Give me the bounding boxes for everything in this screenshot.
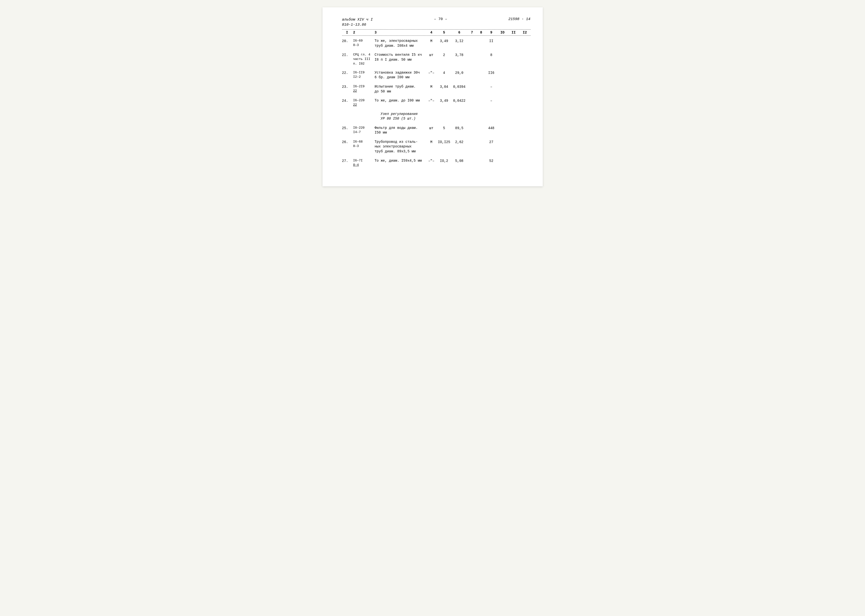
col-header-5: 5 (437, 31, 451, 35)
row-c9: – (486, 98, 497, 103)
row-qty: 3,04 (437, 84, 451, 89)
row-ref: I6–69 8–3 (352, 39, 373, 47)
ref-line2: 22 (353, 89, 357, 93)
ref-line2: 8–4 (353, 163, 359, 167)
row-desc: Трубопровод из сталь-ных электросварныхт… (373, 140, 426, 154)
row-desc: Установка задвижки 30ч6 бр. диам I00 мм (373, 71, 426, 80)
row-number: 26. (342, 140, 352, 145)
ref-line2: I2–2 (353, 75, 361, 79)
table-body: 20. I6–69 8–3 То же, электросварныхтруб … (342, 39, 531, 167)
ref-line1: I8–220 (353, 126, 365, 130)
header-album-line1: альбом XIV ч I (342, 17, 373, 22)
row-desc: Фильтр для воды диам.I50 мм (373, 126, 426, 135)
row-c9: II6 (486, 71, 497, 75)
ref-line1: I6–220 (353, 99, 365, 102)
table-row: 23. I6–2I9 22 Испытание труб диам.до 50 … (342, 84, 531, 94)
ref-line2: 8–3 (353, 43, 359, 47)
header-block: альбом XIV ч I 810-1-13.86 – 70 – 21598 … (342, 17, 531, 27)
row-number: 27. (342, 159, 352, 163)
row-c9: 8 (486, 53, 497, 58)
row-number: 2I. (342, 53, 352, 58)
header-center: – 70 – (434, 17, 447, 21)
col-header-4: 4 (426, 31, 437, 35)
col-header-1: I (342, 31, 352, 35)
row-qty: IO,2 (437, 159, 451, 163)
row-qty: 4 (437, 71, 451, 75)
page: альбом XIV ч I 810-1-13.86 – 70 – 21598 … (323, 7, 543, 186)
col-header-7: 7 (467, 31, 476, 35)
col-header-10: IO (497, 31, 508, 35)
header-left: альбом XIV ч I 810-1-13.86 (342, 17, 373, 27)
table-row: 20. I6–69 8–3 То же, электросварныхтруб … (342, 39, 531, 48)
ref-line2: 22 (353, 103, 357, 107)
ref-line1: I6–2I9 (353, 85, 365, 88)
row-price: 0,0422 (451, 98, 467, 103)
row-c9: 27 (486, 140, 497, 145)
row-desc: Стоимость вентиля I5 кчI8 п I диам. 50 м… (373, 53, 426, 62)
row-c9: – (486, 84, 497, 89)
row-unit: шт (426, 53, 437, 58)
row-price: 0,0394 (451, 84, 467, 89)
row-ref: СРЦ гл. 4 часть III п. I02 (352, 53, 373, 66)
column-headers: I 2 3 4 5 6 7 8 9 IO II I2 (342, 30, 531, 36)
col-header-11: II (508, 31, 519, 35)
section-label: Узел регулированияУР 80 I50 (5 шт.) (379, 112, 443, 121)
row-desc: То же, диам. до I00 мм (373, 98, 426, 103)
section-label-row: Узел регулированияУР 80 I50 (5 шт.) (342, 112, 531, 121)
row-desc: Испытание труб диам.до 50 мм (373, 84, 426, 94)
row-ref: I6–II9 I2–2 (352, 71, 373, 79)
row-unit: шт (426, 126, 437, 130)
row-c9: 448 (486, 126, 497, 130)
row-number: 24. (342, 98, 352, 103)
ref-line2: часть III (353, 57, 370, 61)
row-unit: –"– (426, 159, 437, 163)
row-price: 5,08 (451, 159, 467, 163)
row-number: 25. (342, 126, 352, 130)
row-ref: I8–220 I4–7 (352, 126, 373, 135)
header-right: 21598 - 14 (508, 17, 530, 21)
row-ref: I6–68 8–3 (352, 140, 373, 148)
row-ref: I6–7I 8–4 (352, 159, 373, 167)
ref-line1: СРЦ гл. 4 (353, 53, 370, 57)
row-desc: То же, диам. I59х4,5 мм (373, 159, 426, 163)
row-c9: 52 (486, 159, 497, 163)
row-qty: 3,49 (437, 98, 451, 103)
row-number: 23. (342, 84, 352, 89)
ref-line2: 8–3 (353, 144, 359, 148)
header-album-line2: 810-1-13.86 (342, 22, 373, 27)
row-price: 3,78 (451, 53, 467, 58)
col-header-3: 3 (373, 31, 426, 35)
ref-line2: I4–7 (353, 130, 361, 134)
col-header-12: I2 (519, 31, 531, 35)
table-row: 26. I6–68 8–3 Трубопровод из сталь-ных э… (342, 140, 531, 154)
ref-line1: I6–7I (353, 159, 362, 162)
row-unit: М (426, 140, 437, 145)
row-ref: I6–2I9 22 (352, 84, 373, 93)
row-unit: М (426, 39, 437, 44)
row-number: 22. (342, 71, 352, 75)
ref-line1: I6–II9 (353, 71, 365, 74)
row-ref: I6–220 22 (352, 98, 373, 107)
table-row: 27. I6–7I 8–4 То же, диам. I59х4,5 мм –"… (342, 159, 531, 167)
ref-line1: I6–69 (353, 39, 362, 42)
row-unit: М (426, 84, 437, 89)
ref-line1: I6–68 (353, 140, 362, 143)
ref-line3: п. I02 (353, 62, 365, 66)
col-header-2: 2 (352, 31, 373, 35)
row-qty: 2 (437, 53, 451, 58)
row-qty: 5 (437, 126, 451, 130)
row-unit: –"– (426, 71, 437, 75)
row-price: 89,5 (451, 126, 467, 130)
row-qty: 3,49 (437, 39, 451, 44)
row-c9: II (486, 39, 497, 44)
table-row: 25. I8–220 I4–7 Фильтр для воды диам.I50… (342, 126, 531, 135)
row-price: 2,62 (451, 140, 467, 145)
col-header-9: 9 (486, 31, 497, 35)
row-price: 29,0 (451, 71, 467, 75)
row-price: 3,I2 (451, 39, 467, 44)
table-row: 22. I6–II9 I2–2 Установка задвижки 30ч6 … (342, 71, 531, 80)
row-qty: IO,I25 (437, 140, 451, 145)
row-desc: То же, электросварныхтруб диам. I08х4 мм (373, 39, 426, 48)
col-header-6: 6 (451, 31, 467, 35)
table-row: 2I. СРЦ гл. 4 часть III п. I02 Стоимость… (342, 53, 531, 66)
